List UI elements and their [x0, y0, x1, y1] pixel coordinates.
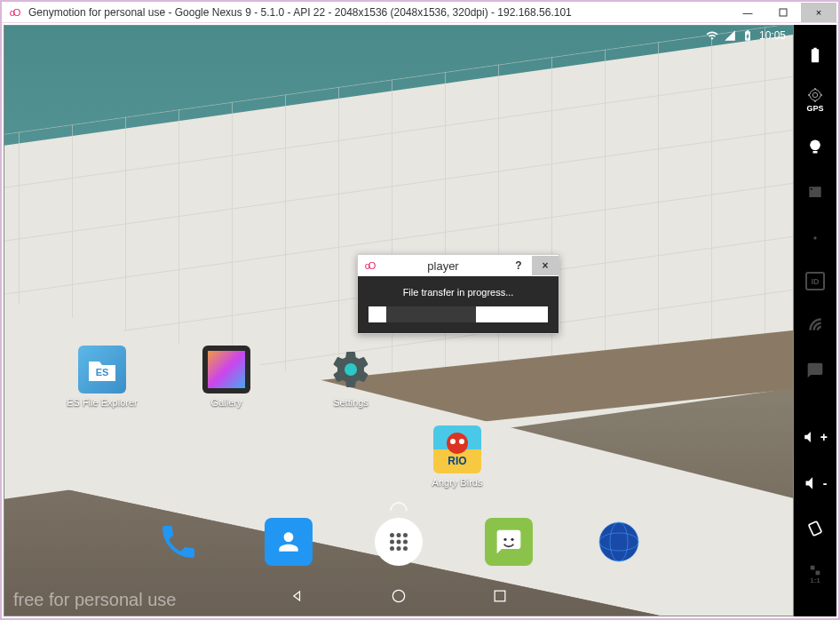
svg-rect-27 — [811, 566, 815, 570]
android-status-bar[interactable]: 10:05 — [4, 26, 793, 45]
svg-point-8 — [397, 533, 401, 537]
dock — [4, 511, 793, 573]
sidebar-gps[interactable]: GPS — [803, 88, 828, 113]
svg-point-15 — [403, 546, 408, 551]
svg-point-12 — [403, 540, 408, 544]
main-window: oO Genymotion for personal use - Google … — [0, 0, 840, 620]
dialog-logo-icon: oO — [358, 260, 381, 271]
wifi-icon — [706, 29, 718, 42]
sidebar-volume-down[interactable]: - — [803, 471, 828, 495]
progress-bar — [368, 306, 548, 322]
svg-point-22 — [392, 590, 404, 601]
sidebar-identifiers[interactable]: ID — [805, 272, 825, 291]
sidebar-sms[interactable] — [803, 358, 828, 382]
svg-point-4 — [450, 439, 456, 444]
progress-fill — [386, 306, 476, 322]
nav-home-button[interactable] — [388, 585, 409, 607]
sidebar-capture[interactable] — [803, 180, 828, 204]
svg-point-3 — [447, 433, 468, 454]
nav-back-button[interactable] — [287, 585, 308, 607]
signal-icon — [724, 29, 736, 42]
sidebar-network[interactable] — [803, 312, 828, 336]
svg-text:ES: ES — [96, 367, 109, 378]
svg-point-13 — [390, 546, 394, 551]
close-button[interactable]: × — [801, 3, 836, 22]
minimize-button[interactable]: — — [730, 3, 765, 22]
genymotion-sidebar: GPS ID + - 1:1 — [794, 25, 836, 616]
nav-recents-button[interactable] — [489, 585, 511, 607]
svg-rect-23 — [495, 591, 505, 601]
dialog-titlebar[interactable]: oO player ? × — [358, 255, 559, 276]
status-time: 10:05 — [759, 29, 786, 42]
svg-point-2 — [345, 363, 357, 376]
es-file-explorer-icon: ES — [78, 346, 126, 393]
svg-point-16 — [503, 538, 506, 541]
sidebar-remote[interactable] — [803, 226, 828, 250]
app-gallery[interactable]: Gallery — [191, 346, 262, 408]
dialog-close-button[interactable]: × — [532, 256, 559, 275]
sidebar-volume-up[interactable]: + — [803, 425, 828, 449]
svg-rect-0 — [780, 9, 787, 16]
svg-point-9 — [403, 533, 408, 537]
svg-text:RIO: RIO — [448, 455, 466, 467]
svg-point-24 — [810, 140, 820, 151]
dock-messages[interactable] — [485, 518, 533, 566]
battery-charging-icon — [741, 29, 754, 42]
dock-contacts[interactable] — [265, 518, 313, 566]
svg-rect-28 — [816, 571, 820, 576]
dock-browser[interactable] — [595, 518, 643, 566]
maximize-button[interactable] — [765, 3, 801, 22]
dialog-help-button[interactable]: ? — [505, 256, 532, 275]
dialog-message: File transfer in progress... — [368, 287, 548, 298]
sidebar-camera[interactable] — [803, 134, 828, 158]
svg-point-17 — [511, 538, 513, 541]
dock-phone[interactable] — [155, 518, 202, 566]
svg-rect-26 — [809, 521, 822, 536]
app-es-file-explorer[interactable]: ES ES File Explorer — [67, 346, 138, 408]
app-angry-birds[interactable]: RIO Angry Birds — [422, 425, 493, 488]
svg-point-25 — [813, 236, 816, 239]
window-title: Genymotion for personal use - Google Nex… — [25, 6, 730, 19]
file-transfer-dialog: oO player ? × File transfer in progress.… — [357, 254, 559, 334]
sidebar-rotate[interactable] — [803, 516, 828, 540]
sidebar-battery[interactable] — [803, 43, 828, 67]
gallery-icon — [202, 346, 250, 393]
app-settings[interactable]: Settings — [315, 346, 386, 408]
app-logo-icon: oO — [4, 7, 25, 18]
svg-point-7 — [390, 533, 394, 537]
titlebar[interactable]: oO Genymotion for personal use - Google … — [2, 2, 838, 23]
svg-point-11 — [397, 540, 401, 544]
svg-point-10 — [390, 540, 394, 544]
angry-birds-icon: RIO — [433, 425, 481, 473]
sidebar-scale[interactable]: 1:1 — [803, 562, 828, 586]
svg-point-14 — [397, 546, 401, 551]
dock-app-drawer[interactable] — [375, 518, 423, 566]
svg-point-5 — [459, 439, 464, 444]
dialog-title: player — [381, 259, 505, 273]
watermark: free for personal use — [13, 590, 176, 610]
settings-icon — [327, 346, 375, 393]
